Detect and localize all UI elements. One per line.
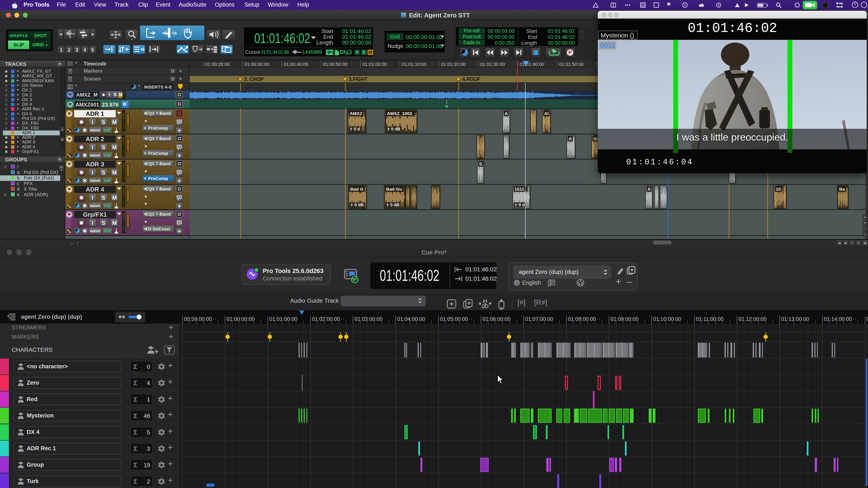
svg-text:S: S bbox=[684, 3, 686, 7]
